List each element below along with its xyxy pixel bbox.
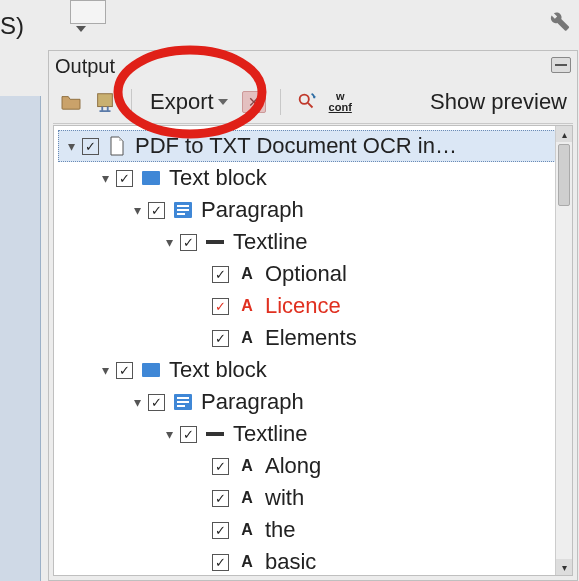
tree-label: with (265, 485, 304, 511)
tree-label: the (265, 517, 296, 543)
expand-toggle[interactable]: ▾ (98, 362, 112, 378)
tree-row[interactable]: ▾ ✓ Text block (58, 162, 556, 194)
checkbox[interactable]: ✓ (212, 266, 229, 283)
window-title-fragment: S) (0, 12, 24, 40)
tree-row[interactable]: ▾ ✓ A the (58, 514, 556, 546)
toolbar-separator (280, 89, 281, 115)
tree-row-root[interactable]: ▾ ✓ PDF to TXT Document OCR in… (58, 130, 556, 162)
checkbox[interactable]: ✓ (212, 458, 229, 475)
document-tree[interactable]: ▾ ✓ PDF to TXT Document OCR in… ▾ ✓ Text… (54, 126, 556, 575)
checkbox[interactable]: ✓ (148, 202, 165, 219)
text-block-icon (141, 360, 161, 380)
output-panel: Output Export ✕ w conf Show previ (48, 50, 578, 581)
tree-label: Text block (169, 165, 267, 191)
wconf-label-bottom: conf (329, 102, 352, 113)
word-icon: A (237, 328, 257, 348)
text-block-icon (141, 168, 161, 188)
title-dropdown-rect[interactable] (70, 0, 106, 24)
title-dropdown-arrow[interactable] (76, 26, 86, 32)
checkbox[interactable]: ✓ (180, 426, 197, 443)
svg-rect-8 (142, 363, 160, 377)
tree-row[interactable]: ▾ ✓ A Licence (58, 290, 556, 322)
toolbar-separator (131, 89, 132, 115)
tree-row[interactable]: ▾ ✓ A Elements (58, 322, 556, 354)
wrench-icon[interactable] (545, 6, 571, 36)
tree-row[interactable]: ▾ ✓ A Optional (58, 258, 556, 290)
tree-row[interactable]: ▾ ✓ Textline (58, 418, 556, 450)
word-icon: A (237, 520, 257, 540)
expand-toggle[interactable]: ▾ (130, 394, 144, 410)
tree-row[interactable]: ▾ ✓ Text block (58, 354, 556, 386)
svg-rect-12 (177, 405, 185, 407)
svg-rect-11 (177, 401, 189, 403)
tree-label: Text block (169, 357, 267, 383)
textline-icon (205, 232, 225, 252)
save-hocr-icon[interactable] (93, 92, 117, 112)
clear-icon[interactable]: ✕ (242, 91, 266, 113)
tree-label: Paragraph (201, 197, 304, 223)
expand-toggle[interactable]: ▾ (130, 202, 144, 218)
wconf-button[interactable]: w conf (329, 91, 352, 113)
svg-rect-4 (177, 205, 189, 207)
svg-point-1 (299, 95, 308, 104)
tree-row[interactable]: ▾ ✓ A basic (58, 546, 556, 576)
tree-label: Along (265, 453, 321, 479)
word-icon: A (237, 488, 257, 508)
show-preview-button[interactable]: Show preview (430, 89, 567, 115)
export-button[interactable]: Export (146, 87, 232, 117)
tree-label: Textline (233, 421, 308, 447)
svg-rect-2 (142, 171, 160, 185)
checkbox[interactable]: ✓ (116, 362, 133, 379)
word-icon: A (237, 456, 257, 476)
svg-rect-10 (177, 397, 189, 399)
tree-label: basic (265, 549, 316, 575)
tree-label: Paragraph (201, 389, 304, 415)
paragraph-icon (173, 392, 193, 412)
textline-icon (205, 424, 225, 444)
panel-title: Output (55, 55, 115, 78)
svg-rect-5 (177, 209, 189, 211)
tree-container: ▾ ✓ PDF to TXT Document OCR in… ▾ ✓ Text… (53, 125, 573, 576)
svg-rect-13 (206, 432, 224, 436)
scrollbar-thumb[interactable] (558, 144, 570, 206)
tree-row[interactable]: ▾ ✓ A with (58, 482, 556, 514)
tree-scrollbar[interactable]: ▴ ▾ (555, 126, 572, 575)
tree-label: Licence (265, 293, 341, 319)
checkbox[interactable]: ✓ (212, 554, 229, 571)
word-icon: A (237, 552, 257, 572)
checkbox[interactable]: ✓ (212, 330, 229, 347)
scrollbar-up[interactable]: ▴ (556, 126, 572, 142)
tree-row[interactable]: ▾ ✓ Paragraph (58, 194, 556, 226)
tree-row[interactable]: ▾ ✓ Paragraph (58, 386, 556, 418)
checkbox[interactable]: ✓ (212, 490, 229, 507)
paragraph-icon (173, 200, 193, 220)
checkbox[interactable]: ✓ (148, 394, 165, 411)
checkbox[interactable]: ✓ (82, 138, 99, 155)
tree-label: Textline (233, 229, 308, 255)
chevron-down-icon (218, 99, 228, 105)
document-icon (107, 136, 127, 156)
expand-toggle[interactable]: ▾ (64, 138, 78, 154)
tree-row[interactable]: ▾ ✓ Textline (58, 226, 556, 258)
word-icon: A (237, 296, 257, 316)
folder-icon[interactable] (59, 92, 83, 112)
checkbox[interactable]: ✓ (212, 298, 229, 315)
scrollbar-down[interactable]: ▾ (556, 559, 572, 575)
expand-toggle[interactable]: ▾ (162, 234, 176, 250)
checkbox[interactable]: ✓ (212, 522, 229, 539)
left-gutter (0, 96, 41, 581)
minimize-icon[interactable] (551, 57, 571, 73)
export-button-label: Export (150, 89, 214, 115)
checkbox[interactable]: ✓ (180, 234, 197, 251)
tree-label: Elements (265, 325, 357, 351)
svg-rect-7 (206, 240, 224, 244)
find-replace-icon[interactable] (295, 92, 319, 112)
svg-rect-6 (177, 213, 185, 215)
word-icon: A (237, 264, 257, 284)
tree-label: Optional (265, 261, 347, 287)
checkbox[interactable]: ✓ (116, 170, 133, 187)
output-toolbar: Export ✕ w conf Show preview (53, 81, 573, 124)
expand-toggle[interactable]: ▾ (162, 426, 176, 442)
tree-row[interactable]: ▾ ✓ A Along (58, 450, 556, 482)
expand-toggle[interactable]: ▾ (98, 170, 112, 186)
